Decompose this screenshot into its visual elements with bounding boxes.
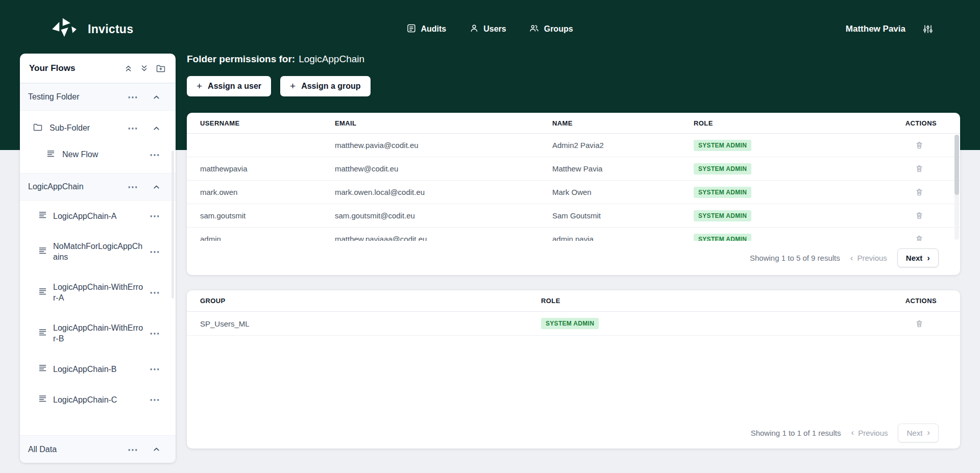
app-root: Invictus Audits bbox=[0, 0, 980, 473]
next-button[interactable]: Next › bbox=[898, 424, 939, 442]
sidebar-folder-testing-folder[interactable]: Testing Folder ⋯ bbox=[20, 83, 176, 111]
cell-username: matthewpavia bbox=[200, 164, 335, 173]
sidebar-flow-item[interactable]: LogicAppChain-B ⋯ bbox=[20, 354, 176, 384]
nav-item-label: Users bbox=[483, 24, 506, 34]
flow-options-icon[interactable]: ⋯ bbox=[150, 152, 160, 157]
sidebar-subfolder-item[interactable]: Sub-Folder ⋯ bbox=[20, 115, 176, 141]
cell-username: admin bbox=[200, 235, 335, 241]
sidebar-flow-item[interactable]: LogicAppChain-A ⋯ bbox=[20, 201, 176, 231]
assign-user-button[interactable]: + Assign a user bbox=[187, 76, 271, 96]
table-row: matthewpavia matthew@codit.eu Matthew Pa… bbox=[187, 157, 960, 181]
col-group: GROUP bbox=[200, 297, 541, 305]
delete-user-button[interactable] bbox=[914, 140, 924, 151]
folder-icon bbox=[33, 123, 42, 133]
flow-options-icon[interactable]: ⋯ bbox=[150, 249, 160, 254]
role-badge: SYSTEM ADMIN bbox=[694, 140, 751, 151]
sidebar-folder-all-data[interactable]: All Data ⋯ bbox=[20, 435, 176, 463]
page-title: Folder permissions for:LogicAppChain bbox=[187, 53, 960, 65]
chevron-right-icon: › bbox=[927, 255, 930, 261]
delete-user-button[interactable] bbox=[914, 210, 924, 221]
table-row: admin matthew.paviaaa@codit.eu admin pav… bbox=[187, 228, 960, 241]
sidebar-scrollbar[interactable] bbox=[172, 151, 174, 298]
nav-item-groups[interactable]: Groups bbox=[530, 24, 573, 35]
cell-email: matthew.pavia@codit.eu bbox=[335, 141, 552, 150]
top-navbar: Invictus Audits bbox=[0, 0, 980, 58]
flow-options-icon[interactable]: ⋯ bbox=[150, 331, 160, 336]
folder-options-icon[interactable]: ⋯ bbox=[128, 126, 138, 131]
nav-item-audits[interactable]: Audits bbox=[407, 24, 446, 35]
table-scrollbar[interactable] bbox=[954, 135, 959, 240]
delete-user-button[interactable] bbox=[914, 234, 924, 241]
settings-sliders-icon[interactable] bbox=[923, 24, 933, 34]
invictus-logo-icon bbox=[51, 17, 78, 41]
next-button[interactable]: Next › bbox=[897, 248, 939, 267]
folder-options-icon[interactable]: ⋯ bbox=[128, 184, 138, 189]
flow-icon bbox=[38, 394, 47, 405]
delete-user-button[interactable] bbox=[914, 187, 924, 197]
main-content: Folder permissions for:LogicAppChain + A… bbox=[187, 53, 960, 449]
nav-item-label: Audits bbox=[421, 24, 446, 34]
cell-actions bbox=[886, 163, 947, 174]
scrollbar-thumb[interactable] bbox=[954, 135, 959, 195]
cell-name: Admin2 Pavia2 bbox=[552, 141, 694, 150]
cell-email: sam.goutsmit@codit.eu bbox=[335, 211, 552, 220]
cell-role: SYSTEM ADMIN bbox=[694, 187, 886, 198]
flow-options-icon[interactable]: ⋯ bbox=[150, 397, 160, 402]
sidebar-header: Your Flows bbox=[20, 54, 176, 83]
expand-all-icon[interactable] bbox=[140, 64, 148, 72]
cell-name: Mark Owen bbox=[552, 188, 694, 196]
flow-options-icon[interactable]: ⋯ bbox=[150, 213, 160, 218]
assign-user-label: Assign a user bbox=[208, 82, 261, 91]
plus-icon: + bbox=[290, 82, 296, 90]
nav-item-users[interactable]: Users bbox=[470, 24, 506, 35]
add-folder-icon[interactable] bbox=[156, 64, 165, 72]
flow-options-icon[interactable]: ⋯ bbox=[150, 290, 160, 295]
sidebar-flow-item[interactable]: LogicAppChain-WithError-B ⋯ bbox=[20, 313, 176, 354]
brand: Invictus bbox=[51, 0, 133, 58]
table-row: sam.goutsmit sam.goutsmit@codit.eu Sam G… bbox=[187, 204, 960, 228]
user-group-icon bbox=[530, 24, 539, 35]
cell-email: matthew@codit.eu bbox=[335, 164, 552, 173]
previous-button[interactable]: ‹ Previous bbox=[851, 429, 888, 437]
role-badge: SYSTEM ADMIN bbox=[694, 163, 751, 175]
cell-name: admin pavia bbox=[552, 235, 694, 241]
next-label: Next bbox=[906, 254, 923, 262]
previous-label: Previous bbox=[858, 429, 888, 437]
flow-icon bbox=[46, 150, 55, 160]
sidebar-title: Your Flows bbox=[29, 63, 116, 73]
folder-options-icon[interactable]: ⋯ bbox=[128, 447, 138, 452]
subfolder-label: Sub-Folder bbox=[50, 123, 128, 133]
chevron-up-icon[interactable] bbox=[153, 445, 160, 453]
previous-button[interactable]: ‹ Previous bbox=[850, 254, 887, 262]
cell-actions bbox=[886, 234, 947, 241]
chevron-up-icon[interactable] bbox=[153, 93, 160, 101]
folder-label: LogicAppChain bbox=[28, 182, 128, 191]
nav-item-label: Groups bbox=[544, 24, 573, 34]
flow-label: New Flow bbox=[62, 150, 150, 159]
user-menu[interactable]: Matthew Pavia bbox=[846, 24, 905, 34]
cell-email: matthew.paviaaa@codit.eu bbox=[335, 235, 552, 241]
sidebar-flow-item[interactable]: LogicAppChain-C ⋯ bbox=[20, 384, 176, 415]
chevron-left-icon: ‹ bbox=[851, 430, 854, 436]
pagination-summary: Showing 1 to 5 of 9 results bbox=[750, 254, 840, 262]
cell-actions bbox=[886, 140, 947, 151]
delete-user-button[interactable] bbox=[914, 163, 924, 174]
main-navigation: Audits Users bbox=[407, 0, 573, 58]
folder-label: All Data bbox=[28, 445, 128, 454]
chevron-up-icon[interactable] bbox=[153, 125, 160, 132]
chevron-up-icon[interactable] bbox=[153, 183, 160, 191]
cell-name: Matthew Pavia bbox=[552, 164, 694, 173]
sidebar-flow-item-new-flow[interactable]: New Flow ⋯ bbox=[20, 141, 176, 168]
flow-icon bbox=[38, 364, 47, 374]
sidebar-flow-item[interactable]: LogicAppChain-WithError-A ⋯ bbox=[20, 272, 176, 313]
flow-options-icon[interactable]: ⋯ bbox=[150, 366, 160, 371]
role-badge: SYSTEM ADMIN bbox=[694, 234, 751, 241]
sidebar-flow-item[interactable]: NoMatchForLogicAppChains ⋯ bbox=[20, 231, 176, 272]
assign-group-button[interactable]: + Assign a group bbox=[280, 76, 371, 96]
collapse-all-icon[interactable] bbox=[125, 64, 132, 72]
groups-pagination: Showing 1 to 1 of 1 results ‹ Previous N… bbox=[187, 417, 960, 449]
delete-group-button[interactable] bbox=[914, 318, 924, 329]
chevron-left-icon: ‹ bbox=[850, 255, 853, 261]
sidebar-folder-logicappchain[interactable]: LogicAppChain ⋯ bbox=[20, 173, 176, 201]
folder-options-icon[interactable]: ⋯ bbox=[128, 94, 138, 99]
